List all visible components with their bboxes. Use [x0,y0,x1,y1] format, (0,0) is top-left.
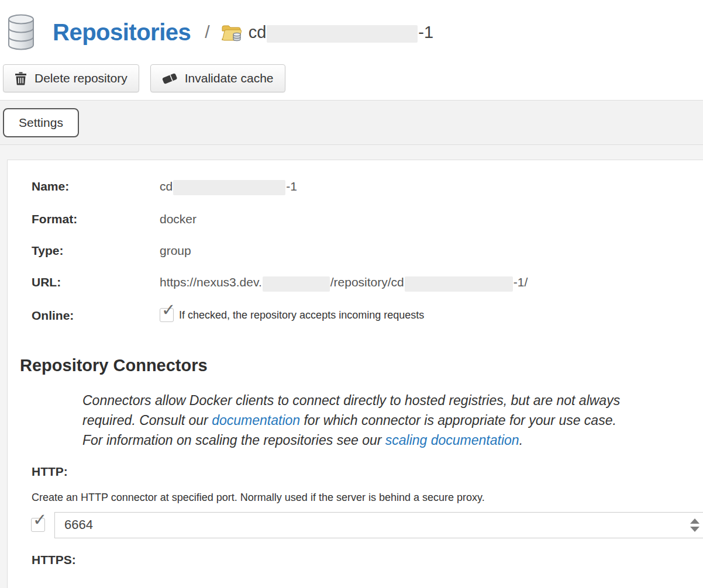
redacted-url-repo [405,276,513,292]
type-row: Type: group [32,243,703,258]
http-port-row: ✓ [31,512,703,538]
breadcrumb-repo-name: cd -1 [249,22,433,43]
toolbar: Delete repository Invalidate cache [0,64,703,100]
redacted-repo-name [267,25,418,43]
redacted-name-value [173,180,285,195]
repo-name-suffix: -1 [418,23,433,42]
trash-icon [15,71,27,85]
format-row: Format: docker [32,212,703,227]
spinner-down-icon[interactable] [690,527,699,532]
type-label: Type: [32,243,160,258]
delete-repository-button[interactable]: Delete repository [3,64,139,92]
online-checkbox[interactable]: ✓ [160,308,174,322]
page-title: Repositories [53,19,191,46]
online-label: Online: [32,308,160,323]
repository-folder-icon [222,25,242,42]
http-connector-checkbox[interactable]: ✓ [31,518,45,532]
eraser-icon [162,72,177,85]
content-area: Name: cd-1 Format: docker Type: group UR… [0,145,703,588]
delete-repository-label: Delete repository [35,71,127,85]
type-value: group [160,243,191,258]
format-label: Format: [32,212,160,227]
https-label: HTTPS: [32,553,703,567]
url-label: URL: [32,275,160,291]
repositories-database-icon [6,14,36,50]
page-header: Repositories / cd -1 [0,0,703,64]
invalidate-cache-button[interactable]: Invalidate cache [150,64,285,92]
invalidate-cache-label: Invalidate cache [185,71,274,85]
name-row: Name: cd-1 [32,179,703,195]
documentation-link[interactable]: documentation [212,413,300,428]
name-value: cd-1 [160,179,297,195]
repository-connectors-heading: Repository Connectors [20,356,703,375]
http-help-text: Create an HTTP connector at specified po… [32,492,703,504]
http-port-field-wrap [54,512,703,538]
checkmark-icon: ✓ [161,302,175,319]
tab-bar: Settings [0,100,703,145]
name-label: Name: [32,179,160,195]
http-label: HTTP: [32,465,703,479]
url-row: URL: https://nexus3.dev./repository/cd-1… [32,275,703,291]
format-value: docker [160,212,197,227]
spinner-up-icon[interactable] [690,518,699,524]
breadcrumb-separator: / [205,22,209,42]
folder-database-overlay-icon [233,33,240,40]
port-spinner [690,512,699,538]
tab-settings[interactable]: Settings [3,108,79,137]
redacted-url-host [263,276,330,292]
online-row: Online: ✓ If checked, the repository acc… [32,308,703,323]
scaling-documentation-link[interactable]: scaling documentation [385,433,519,448]
connectors-description: Connectors allow Docker clients to conne… [82,390,639,450]
url-value: https://nexus3.dev./repository/cd-1/ [160,275,528,291]
online-help-text: If checked, the repository accepts incom… [179,307,424,323]
http-port-input[interactable] [54,512,703,538]
settings-panel: Name: cd-1 Format: docker Type: group UR… [7,160,703,588]
checkmark-icon: ✓ [33,511,47,528]
repo-name-prefix: cd [249,23,267,42]
